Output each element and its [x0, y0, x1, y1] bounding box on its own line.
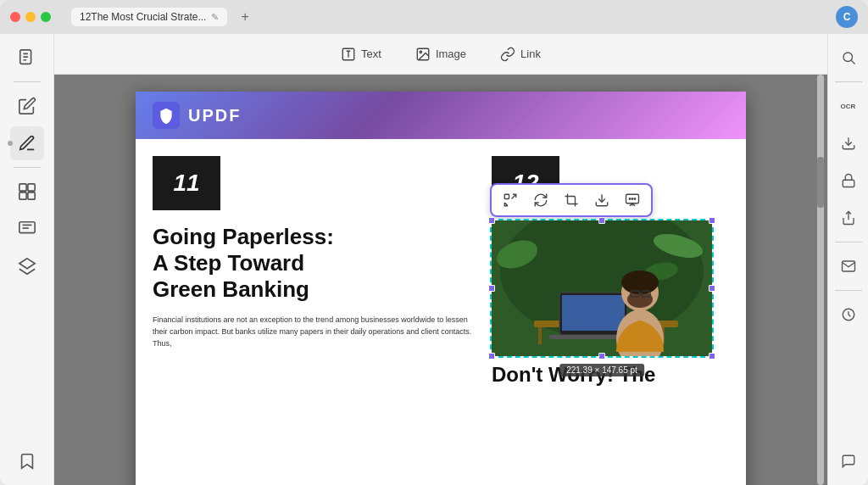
pdf-content: 11 Going Paperless:A Step TowardGreen Ba…	[136, 139, 746, 404]
sidebar-item-document[interactable]	[10, 41, 44, 75]
svg-line-41	[851, 60, 854, 64]
content-scroll[interactable]: UPDF 11 Going Paperless:A Step TowardGre…	[54, 75, 827, 485]
handle-bottom-right[interactable]	[709, 353, 715, 360]
image-tool-label: Image	[436, 47, 466, 60]
svg-rect-6	[19, 192, 25, 199]
sidebar-left	[0, 34, 54, 485]
close-button[interactable]	[10, 12, 20, 22]
active-indicator	[8, 141, 13, 146]
svg-rect-43	[843, 180, 854, 187]
image-toolbar	[490, 183, 653, 217]
sidebar-right: OCR	[827, 34, 868, 485]
image-tool[interactable]: Image	[409, 43, 473, 65]
handle-middle-right[interactable]	[709, 285, 715, 292]
crop-icon[interactable]	[559, 188, 583, 212]
selection-handles	[492, 220, 712, 356]
sidebar-item-bookmark[interactable]	[10, 444, 44, 478]
sidebar-item-edit[interactable]	[10, 89, 44, 123]
app-body: Text Image Link	[0, 34, 868, 485]
svg-rect-5	[27, 184, 34, 191]
right-divider-2	[835, 242, 862, 242]
app-window: 12The Most Crucial Strate... ✎ + C	[0, 0, 868, 485]
mail-button[interactable]	[832, 249, 865, 283]
tab-title: 12The Most Crucial Strate...	[80, 11, 206, 23]
svg-rect-8	[19, 222, 34, 233]
sidebar-item-annotate[interactable]	[10, 126, 44, 160]
right-divider-3	[835, 290, 862, 291]
divider-2	[14, 167, 41, 168]
history-button[interactable]	[832, 298, 865, 332]
handle-bottom-center[interactable]	[598, 353, 605, 360]
svg-point-14	[420, 51, 421, 53]
active-tab[interactable]: 12The Most Crucial Strate... ✎	[71, 8, 227, 26]
chapter11-body: Financial institutions are not an except…	[153, 314, 475, 350]
right-divider-1	[835, 81, 862, 82]
avatar: C	[836, 6, 858, 28]
dimension-label: 221.39 × 147.65 pt	[559, 364, 644, 376]
new-tab-button[interactable]: +	[241, 9, 248, 25]
pdf-page: UPDF 11 Going Paperless:A Step TowardGre…	[136, 92, 746, 485]
link-tool-label: Link	[520, 47, 541, 60]
updf-label: UPDF	[188, 106, 241, 125]
updf-logo	[153, 102, 180, 129]
content-area: UPDF 11 Going Paperless:A Step TowardGre…	[54, 75, 827, 485]
link-tool[interactable]: Link	[493, 43, 548, 65]
scrollbar-track[interactable]	[817, 75, 824, 485]
share-button[interactable]	[832, 201, 865, 235]
svg-rect-7	[27, 192, 34, 199]
handle-middle-left[interactable]	[488, 285, 495, 292]
text-tool-label: Text	[361, 47, 381, 60]
titlebar: 12The Most Crucial Strate... ✎ + C	[0, 0, 868, 34]
handle-bottom-left[interactable]	[488, 353, 495, 360]
chapter11-heading: Going Paperless:A Step TowardGreen Banki…	[153, 224, 475, 304]
handle-top-right[interactable]	[709, 217, 715, 224]
handle-top-center[interactable]	[598, 217, 605, 224]
maximize-button[interactable]	[41, 12, 51, 22]
more-icon[interactable]	[620, 188, 644, 212]
sidebar-item-stamp[interactable]	[10, 212, 44, 246]
chapter11-number: 11	[153, 156, 220, 210]
handle-top-left[interactable]	[488, 217, 495, 224]
save-button[interactable]	[832, 126, 865, 160]
search-button[interactable]	[832, 41, 865, 75]
svg-point-20	[632, 198, 633, 200]
lock-button[interactable]	[832, 164, 865, 198]
pdf-right-col: 12	[492, 156, 729, 387]
minimize-button[interactable]	[25, 12, 36, 22]
svg-point-40	[843, 53, 853, 62]
sidebar-item-layers[interactable]	[10, 249, 44, 283]
text-tool[interactable]: Text	[334, 43, 388, 65]
traffic-lights	[10, 12, 51, 22]
divider-1	[14, 81, 41, 82]
scrollbar-thumb[interactable]	[817, 157, 824, 208]
top-toolbar: Text Image Link	[54, 34, 827, 75]
pdf-header-banner: UPDF	[136, 92, 746, 139]
svg-point-21	[634, 198, 636, 200]
image-container[interactable]: 221.39 × 147.65 pt	[492, 220, 712, 356]
svg-rect-4	[19, 184, 25, 191]
svg-rect-15	[504, 194, 509, 198]
extract-icon[interactable]	[590, 188, 614, 212]
ocr-button[interactable]: OCR	[832, 89, 865, 123]
svg-point-19	[629, 198, 631, 200]
svg-marker-11	[19, 259, 34, 269]
comment-button[interactable]	[832, 444, 865, 478]
sidebar-item-pages[interactable]	[10, 175, 44, 209]
replace-icon[interactable]	[498, 188, 522, 212]
tab-edit-icon[interactable]: ✎	[211, 12, 219, 23]
rotate-icon[interactable]	[529, 188, 553, 212]
pdf-left-col: 11 Going Paperless:A Step TowardGreen Ba…	[153, 156, 475, 387]
